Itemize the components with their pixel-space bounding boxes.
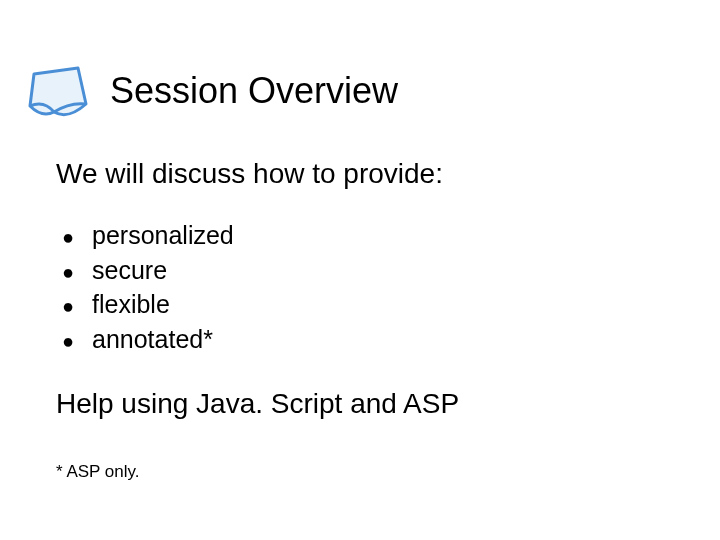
bullet-icon: ●: [62, 293, 92, 321]
list-item: ● flexible: [62, 287, 234, 322]
list-item: ● annotated*: [62, 322, 234, 357]
closing-text: Help using Java. Script and ASP: [56, 388, 459, 420]
bullet-icon: ●: [62, 259, 92, 287]
slide-title: Session Overview: [110, 70, 398, 112]
list-item: ● secure: [62, 253, 234, 288]
bullet-list: ● personalized ● secure ● flexible ● ann…: [62, 218, 234, 356]
slide: Session Overview We will discuss how to …: [0, 0, 720, 540]
list-item: ● personalized: [62, 218, 234, 253]
title-row: Session Overview: [20, 58, 398, 124]
bullet-label: secure: [92, 253, 167, 288]
bullet-icon: ●: [62, 328, 92, 356]
bullet-label: annotated*: [92, 322, 213, 357]
paper-icon: [20, 58, 100, 124]
footnote-text: * ASP only.: [56, 462, 139, 482]
bullet-label: flexible: [92, 287, 170, 322]
bullet-icon: ●: [62, 224, 92, 252]
intro-text: We will discuss how to provide:: [56, 158, 443, 190]
bullet-label: personalized: [92, 218, 234, 253]
